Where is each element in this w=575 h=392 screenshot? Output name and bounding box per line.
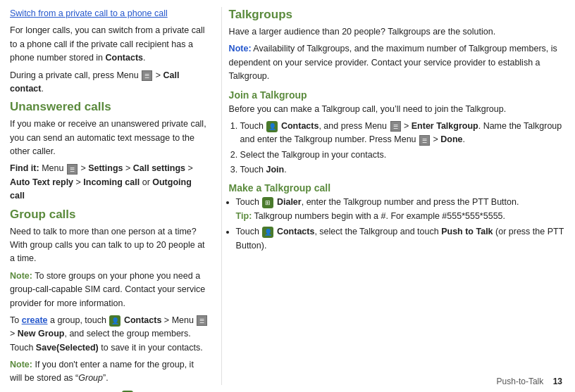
page-container: Switch from a private call to a phone ca…: [0, 0, 575, 392]
bullet1-dialer: Dialer: [277, 197, 302, 207]
intro-body3-text: During a private call, press Menu: [10, 70, 139, 80]
find-it-body: Menu: [42, 163, 63, 173]
tip-label: Tip:: [236, 211, 252, 221]
switch-call-link[interactable]: Switch from a private call to a phone ca…: [10, 8, 168, 18]
right-note-para: Note: Availability of Talkgroups, and th…: [229, 42, 565, 83]
menu-icon-1: ☰: [142, 70, 152, 81]
new-group-bold: New Group: [18, 329, 65, 339]
unanswered-body: If you make or receive an unanswered pri…: [10, 118, 209, 158]
talkgroups-body: Have a larger audience than 20 people? T…: [229, 25, 565, 39]
talkgroups-title: Talkgroups: [229, 7, 565, 23]
note2-para: Note: If you don't enter a name for the …: [10, 358, 209, 386]
note1-para: Note: To store groups on your phone you …: [10, 270, 209, 310]
bullet1-body2: , enter the Talkgroup number and press t…: [302, 197, 519, 207]
bullet2: Touch 👤 Contacts, select the Talkgroup a…: [236, 225, 565, 253]
create-body2: > Menu: [161, 315, 194, 325]
step1-done-bold: Done: [440, 134, 462, 144]
step3: Touch Join.: [240, 163, 565, 177]
footer-page: 13: [553, 377, 562, 386]
menu-icon-3: ☰: [197, 315, 207, 326]
note1-label: Note:: [10, 271, 32, 281]
join-talkgroup-title: Join a Talkgroup: [229, 89, 565, 101]
create-body3: >: [10, 329, 15, 339]
create-body5: to save it in your contacts.: [99, 343, 203, 353]
tip-body: Talkgroup numbers begin with a #. For ex…: [252, 211, 505, 221]
find-it-or: or: [140, 177, 152, 187]
join-body: Before you can make a Talkgroup call, yo…: [229, 103, 565, 116]
step1-contacts: Contacts: [281, 121, 319, 131]
create-body: a group, touch: [48, 315, 106, 325]
make-talkgroup-call-title: Make a Talkgroup call: [229, 182, 565, 194]
auto-text-bold: Auto Text reply: [10, 177, 73, 187]
bullet1: Touch ⊞ Dialer, enter the Talkgroup numb…: [236, 196, 565, 223]
find-it-label: Find it:: [10, 163, 39, 173]
step1-body3: >: [404, 121, 412, 131]
contacts-icon-3: 👤: [266, 121, 278, 132]
create-link[interactable]: create: [22, 315, 48, 325]
step3-join-bold: Join: [266, 165, 284, 175]
left-column: Switch from a private call to a phone ca…: [10, 7, 221, 385]
footer-label: Push-to-Talk: [497, 377, 544, 386]
step2: Select the Talkgroup in your contacts.: [240, 148, 565, 162]
create-para: To create a group, touch 👤 Contacts > Me…: [10, 314, 209, 355]
step1-body: Touch: [240, 121, 264, 131]
note2-body2: ”.: [103, 373, 109, 383]
footer: Push-to-Talk 13: [497, 377, 562, 386]
intro-link-para: Switch from a private call to a phone ca…: [10, 7, 209, 20]
step1: Touch 👤 Contacts, and press Menu ☰ > Ent…: [240, 120, 565, 147]
menu-icon-5: ☰: [419, 135, 430, 146]
note2-label: Note:: [10, 360, 32, 369]
save-selected-bold: Save(Selected): [36, 343, 99, 353]
step1-body6: .: [463, 134, 465, 144]
contacts-label-1: Contacts: [124, 315, 161, 325]
make-para: To make a group call, touch 👤 Contacts, …: [10, 389, 209, 392]
right-column: Talkgroups Have a larger audience than 2…: [221, 7, 565, 385]
contacts-bold: Contacts: [106, 53, 143, 63]
note1-body: To store groups on your phone you need a…: [10, 271, 205, 308]
bullet2-body: Touch: [236, 227, 259, 236]
bullet2-body2: , select the Talkgroup and touch: [314, 227, 441, 236]
make-call-list: Touch ⊞ Dialer, enter the Talkgroup numb…: [236, 196, 565, 253]
step3-body2: .: [284, 165, 286, 175]
step3-body: Touch: [240, 165, 266, 175]
intro-body-para: For longer calls, you can switch from a …: [10, 24, 209, 65]
intro-menu-para: During a private call, press Menu ☰ > Ca…: [10, 69, 209, 96]
contacts-icon-1: 👤: [109, 315, 120, 327]
step1-enter-bold: Enter Talkgroup: [412, 121, 478, 131]
dialer-icon: ⊞: [262, 197, 273, 208]
find-it-body3: >: [123, 163, 132, 173]
intro-body3c: .: [41, 84, 43, 94]
bullet2-push-bold: Push to Talk: [441, 227, 493, 236]
menu-icon-2: ☰: [67, 164, 78, 175]
right-note-body: Availability of Talkgroups, and the maxi…: [229, 44, 557, 81]
group-italic: Group: [78, 373, 103, 383]
intro-body3b: >: [156, 70, 163, 80]
find-it-body5: >: [73, 177, 83, 187]
call-settings-bold: Call settings: [133, 163, 185, 173]
find-it-body2: >: [80, 163, 88, 173]
bullet1-body: Touch: [236, 197, 259, 207]
incoming-bold: Incoming call: [83, 177, 140, 187]
group-calls-title: Group calls: [10, 207, 209, 222]
group-body: Need to talk to more than one person at …: [10, 225, 209, 266]
step1-body2: , and press Menu: [319, 121, 387, 131]
join-steps: Touch 👤 Contacts, and press Menu ☰ > Ent…: [240, 120, 565, 177]
bullet2-contacts: Contacts: [277, 227, 314, 236]
unanswered-calls-title: Unanswered calls: [10, 99, 209, 115]
contacts-icon-4: 👤: [262, 227, 273, 238]
find-it-body4: >: [185, 163, 193, 173]
right-note-label: Note:: [229, 44, 252, 53]
step1-body5: >: [433, 134, 441, 144]
find-it-para: Find it: Menu ☰ > Settings > Call settin…: [10, 162, 209, 203]
intro-body2: .: [143, 53, 145, 63]
settings-bold: Settings: [88, 163, 123, 173]
menu-icon-4: ☰: [390, 121, 401, 132]
